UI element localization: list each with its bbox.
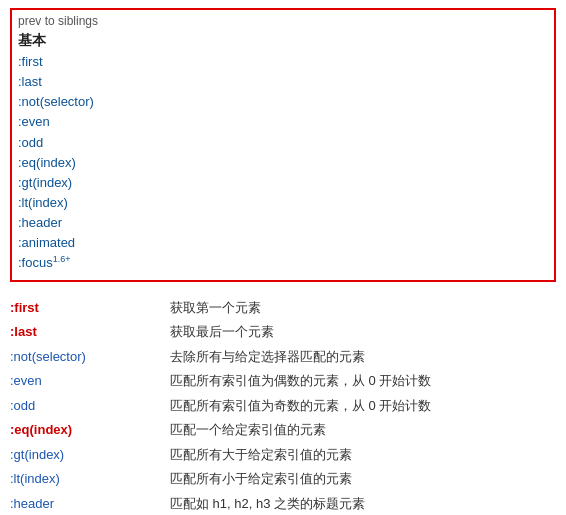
selector-cell: :last [10, 322, 170, 342]
list-item: :not(selector) [18, 92, 548, 112]
nav-hint: prev to siblings [18, 14, 548, 28]
selector-cell: :not(selector) [10, 347, 170, 367]
selector-cell: :odd [10, 396, 170, 416]
table-row: :even匹配所有索引值为偶数的元素，从 0 开始计数 [10, 371, 556, 391]
list-item: :first [18, 52, 548, 72]
list-item: :focus1.6+ [18, 253, 548, 273]
selector-cell: :eq(index) [10, 420, 170, 440]
table-row: :first获取第一个元素 [10, 298, 556, 318]
section-title: 基本 [18, 32, 548, 50]
top-section: prev to siblings 基本 :first:last:not(sele… [10, 8, 556, 282]
description-cell: 匹配所有小于给定索引值的元素 [170, 469, 556, 489]
bottom-section: :first获取第一个元素:last获取最后一个元素:not(selector)… [0, 292, 566, 515]
description-cell: 匹配所有大于给定索引值的元素 [170, 445, 556, 465]
table-row: :not(selector)去除所有与给定选择器匹配的元素 [10, 347, 556, 367]
selector-list: :first:last:not(selector):even:odd:eq(in… [18, 52, 548, 274]
table-row: :gt(index)匹配所有大于给定索引值的元素 [10, 445, 556, 465]
list-item: :animated [18, 233, 548, 253]
description-cell: 获取第一个元素 [170, 298, 556, 318]
table-row: :eq(index)匹配一个给定索引值的元素 [10, 420, 556, 440]
selector-cell: :gt(index) [10, 445, 170, 465]
list-item: :last [18, 72, 548, 92]
description-cell: 获取最后一个元素 [170, 322, 556, 342]
selector-cell: :lt(index) [10, 469, 170, 489]
table-row: :odd匹配所有索引值为奇数的元素，从 0 开始计数 [10, 396, 556, 416]
selector-cell: :first [10, 298, 170, 318]
list-item: :lt(index) [18, 193, 548, 213]
selector-cell: :even [10, 371, 170, 391]
list-item: :header [18, 213, 548, 233]
table-row: :lt(index)匹配所有小于给定索引值的元素 [10, 469, 556, 489]
list-item: :gt(index) [18, 173, 548, 193]
list-item: :eq(index) [18, 153, 548, 173]
list-item: :even [18, 112, 548, 132]
table-row: :last获取最后一个元素 [10, 322, 556, 342]
selector-cell: :header [10, 494, 170, 514]
description-cell: 匹配所有索引值为偶数的元素，从 0 开始计数 [170, 371, 556, 391]
list-item: :odd [18, 133, 548, 153]
table-row: :header匹配如 h1, h2, h3 之类的标题元素 [10, 494, 556, 514]
description-cell: 去除所有与给定选择器匹配的元素 [170, 347, 556, 367]
description-cell: 匹配一个给定索引值的元素 [170, 420, 556, 440]
description-cell: 匹配所有索引值为奇数的元素，从 0 开始计数 [170, 396, 556, 416]
description-cell: 匹配如 h1, h2, h3 之类的标题元素 [170, 494, 556, 514]
